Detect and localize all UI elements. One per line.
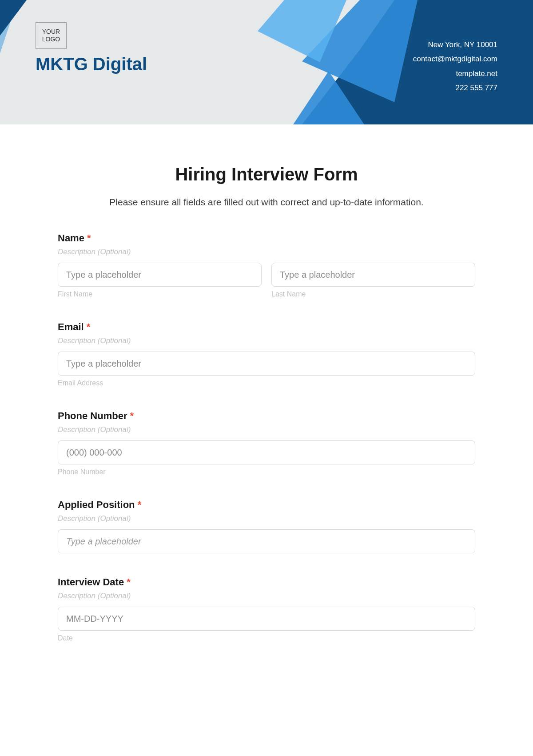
sublabel-phone: Phone Number (58, 468, 475, 476)
label-text: Email (58, 321, 84, 332)
field-description: Description (Optional) (58, 336, 475, 345)
required-mark: * (130, 410, 134, 421)
required-mark: * (87, 232, 91, 244)
field-label: Name * (58, 232, 475, 244)
sublabel-last-name: Last Name (271, 290, 475, 298)
contact-email: contact@mktgdigital.com (413, 52, 497, 66)
label-text: Name (58, 232, 84, 244)
contact-site: template.net (413, 67, 497, 81)
field-description: Description (Optional) (58, 514, 475, 523)
field-label: Applied Position * (58, 499, 475, 511)
form-title: Hiring Interview Form (58, 164, 475, 184)
field-phone: Phone Number * Description (Optional) Ph… (58, 410, 475, 476)
email-input[interactable] (58, 352, 475, 376)
form-container: Hiring Interview Form Please ensure all … (0, 124, 533, 683)
required-mark: * (127, 576, 131, 588)
sublabel-date: Date (58, 634, 475, 642)
logo-placeholder: YOUR LOGO (36, 22, 67, 49)
contact-phone: 222 555 777 (413, 81, 497, 95)
position-input[interactable] (58, 529, 475, 553)
last-name-input[interactable] (271, 263, 475, 287)
phone-input[interactable] (58, 440, 475, 464)
required-mark: * (138, 499, 142, 510)
first-name-input[interactable] (58, 263, 262, 287)
field-description: Description (Optional) (58, 425, 475, 434)
field-label: Phone Number * (58, 410, 475, 422)
sublabel-email: Email Address (58, 379, 475, 387)
field-name: Name * Description (Optional) First Name… (58, 232, 475, 298)
letterhead-header: YOUR LOGO MKTG Digital New York, NY 1000… (0, 0, 533, 124)
field-label: Email * (58, 321, 475, 333)
sublabel-first-name: First Name (58, 290, 262, 298)
field-description: Description (Optional) (58, 592, 475, 600)
required-mark: * (87, 321, 91, 332)
label-text: Interview Date (58, 576, 124, 588)
field-label: Interview Date * (58, 576, 475, 588)
contact-block: New York, NY 10001 contact@mktgdigital.c… (413, 38, 497, 95)
interview-date-input[interactable] (58, 607, 475, 631)
form-intro-text: Please ensure all fields are filled out … (58, 197, 475, 208)
field-position: Applied Position * Description (Optional… (58, 499, 475, 553)
field-description: Description (Optional) (58, 248, 475, 256)
label-text: Phone Number (58, 410, 127, 421)
contact-address: New York, NY 10001 (413, 38, 497, 52)
field-email: Email * Description (Optional) Email Add… (58, 321, 475, 387)
field-interview-date: Interview Date * Description (Optional) … (58, 576, 475, 642)
label-text: Applied Position (58, 499, 135, 510)
